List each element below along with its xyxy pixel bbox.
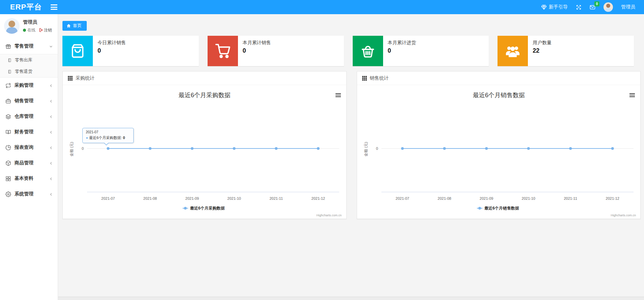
stat-card-value: 0 bbox=[243, 47, 271, 54]
stat-card-body: 今日累计销售0 bbox=[93, 36, 131, 66]
app-logo[interactable]: ERP平台 bbox=[10, 2, 42, 12]
user-avatar bbox=[4, 18, 20, 34]
sidebar-item-1[interactable]: 采购管理 bbox=[0, 78, 58, 93]
sales-stats-panel: 销售统计 最近6个月销售数据金额 (元)02021-072021-082021-… bbox=[357, 71, 641, 219]
navbar-left: ERP平台 bbox=[0, 2, 57, 12]
panel-header: 采购统计 bbox=[63, 72, 346, 85]
navbar-right: 新手引导 0 管理员 bbox=[541, 2, 644, 12]
footer bbox=[58, 297, 644, 300]
stat-card-body: 用户数量22 bbox=[528, 36, 556, 66]
message-badge: 0 bbox=[594, 1, 599, 6]
sidebar-submenu: 零售出库零售退货 bbox=[0, 54, 58, 78]
chevron-left-icon bbox=[49, 99, 53, 103]
chevron-left-icon bbox=[49, 176, 53, 181]
stat-card-0: 今日累计销售0 bbox=[62, 36, 199, 66]
user-name: 管理员 bbox=[23, 19, 52, 25]
svg-text:2021-11: 2021-11 bbox=[564, 196, 577, 200]
stat-card-label: 用户数量 bbox=[533, 40, 552, 46]
svg-text:2021-09: 2021-09 bbox=[185, 196, 199, 200]
sidebar-item-label: 基本资料 bbox=[15, 175, 49, 182]
menu-toggle-icon[interactable] bbox=[51, 4, 57, 10]
sidebar-item-4[interactable]: 财务管理 bbox=[0, 124, 58, 140]
sidebar-subitem-label: 零售出库 bbox=[15, 57, 32, 63]
panel-title: 采购统计 bbox=[76, 75, 95, 81]
layers-icon bbox=[5, 114, 11, 119]
logout-link[interactable]: 注销 bbox=[39, 27, 52, 33]
chevron-left-icon bbox=[49, 192, 53, 196]
stat-card-value: 0 bbox=[388, 47, 416, 54]
pie-chart-icon bbox=[5, 145, 11, 151]
users-icon bbox=[498, 36, 528, 66]
svg-text:2021-12: 2021-12 bbox=[606, 196, 619, 200]
svg-text:最近6个月销售数据: 最近6个月销售数据 bbox=[484, 206, 519, 211]
svg-text:2021-07: 2021-07 bbox=[101, 196, 115, 200]
chevron-left-icon bbox=[49, 145, 53, 149]
chart-context-menu-button[interactable] bbox=[336, 93, 341, 97]
guide-link[interactable]: 新手引导 bbox=[541, 4, 568, 10]
chevron-left-icon bbox=[49, 130, 53, 134]
grid-icon bbox=[5, 176, 11, 182]
svg-text:2021-09: 2021-09 bbox=[480, 196, 493, 200]
svg-text:Highcharts.com.cn: Highcharts.com.cn bbox=[611, 214, 636, 217]
messages-button[interactable]: 0 bbox=[590, 4, 595, 10]
svg-text:0: 0 bbox=[82, 146, 84, 151]
stat-card-body: 本月累计销售0 bbox=[238, 36, 276, 66]
user-panel: 管理员 在线 注销 bbox=[0, 14, 58, 38]
sidebar-menu: 零售管理零售出库零售退货采购管理销售管理仓库管理财务管理报表查询商品管理基本资料… bbox=[0, 38, 58, 202]
charts-row: 采购统计 最近6个月采购数据金额 (元)02021-072021-082021-… bbox=[62, 71, 641, 219]
sidebar-subitem[interactable]: 零售退货 bbox=[0, 66, 58, 77]
chevron-left-icon bbox=[49, 83, 53, 87]
stat-cards-row: 今日累计销售0本月累计销售0本月累计进货0用户数量22 bbox=[62, 36, 634, 66]
book-icon bbox=[5, 129, 11, 135]
shopping-bag-icon bbox=[62, 36, 93, 66]
sidebar-item-0[interactable]: 零售管理 bbox=[0, 38, 58, 54]
sidebar-item-5[interactable]: 报表查询 bbox=[0, 140, 58, 155]
online-status-dot bbox=[23, 29, 26, 32]
panel-header: 销售统计 bbox=[357, 72, 641, 85]
line-chart-svg: 最近6个月采购数据金额 (元)02021-072021-082021-09202… bbox=[63, 85, 346, 219]
fullscreen-button[interactable] bbox=[576, 4, 582, 10]
stat-card-2: 本月累计进货0 bbox=[353, 36, 489, 66]
tab-home[interactable]: 首页 bbox=[62, 21, 87, 31]
navbar-username[interactable]: 管理员 bbox=[621, 4, 635, 10]
purchase-chart[interactable]: 最近6个月采购数据金额 (元)02021-072021-082021-09202… bbox=[63, 85, 346, 219]
sidebar-item-8[interactable]: 系统管理 bbox=[0, 186, 58, 202]
svg-text:最近6个月采购数据: 最近6个月采购数据 bbox=[190, 206, 225, 211]
sidebar-subitem[interactable]: 零售出库 bbox=[0, 54, 58, 66]
stat-card-body: 本月累计进货0 bbox=[383, 36, 421, 66]
svg-text:最近6个月采购数据: 最近6个月采购数据 bbox=[179, 92, 231, 99]
chart-context-menu-button[interactable] bbox=[629, 93, 635, 97]
expand-icon bbox=[576, 4, 582, 10]
svg-text:0: 0 bbox=[376, 146, 378, 151]
stat-card-label: 本月累计进货 bbox=[388, 40, 416, 46]
navbar-avatar[interactable] bbox=[603, 2, 613, 12]
home-icon bbox=[66, 24, 71, 28]
sales-chart[interactable]: 最近6个月销售数据金额 (元)02021-072021-082021-09202… bbox=[357, 85, 641, 219]
sidebar-item-3[interactable]: 仓库管理 bbox=[0, 109, 58, 124]
gear-icon bbox=[5, 191, 11, 197]
gift-icon bbox=[5, 44, 11, 49]
basket-icon bbox=[353, 36, 383, 66]
svg-text:2021-10: 2021-10 bbox=[521, 196, 535, 200]
sidebar-item-7[interactable]: 基本资料 bbox=[0, 171, 58, 186]
line-chart-svg: 最近6个月销售数据金额 (元)02021-072021-082021-09202… bbox=[357, 85, 641, 219]
th-grid-icon bbox=[362, 76, 367, 81]
chevron-left-icon bbox=[49, 114, 53, 118]
online-status-label: 在线 bbox=[27, 27, 35, 33]
repeat-icon bbox=[5, 83, 11, 88]
sidebar-item-2[interactable]: 销售管理 bbox=[0, 93, 58, 109]
svg-text:2021-08: 2021-08 bbox=[143, 196, 157, 200]
stat-card-3: 用户数量22 bbox=[498, 36, 634, 66]
briefcase-icon bbox=[5, 98, 11, 104]
th-grid-icon bbox=[68, 76, 73, 81]
file-icon bbox=[7, 70, 12, 74]
sidebar-item-6[interactable]: 商品管理 bbox=[0, 155, 58, 171]
svg-text:2021-07: 2021-07 bbox=[396, 196, 409, 200]
sidebar-item-label: 销售管理 bbox=[15, 98, 49, 104]
svg-text:2021-08: 2021-08 bbox=[437, 196, 451, 200]
stat-card-label: 今日累计销售 bbox=[98, 40, 126, 46]
sidebar-item-label: 零售管理 bbox=[15, 43, 49, 49]
logout-label: 注销 bbox=[44, 27, 52, 33]
top-navbar: ERP平台 新手引导 0 管理员 bbox=[0, 0, 644, 14]
cart-icon bbox=[208, 36, 238, 66]
